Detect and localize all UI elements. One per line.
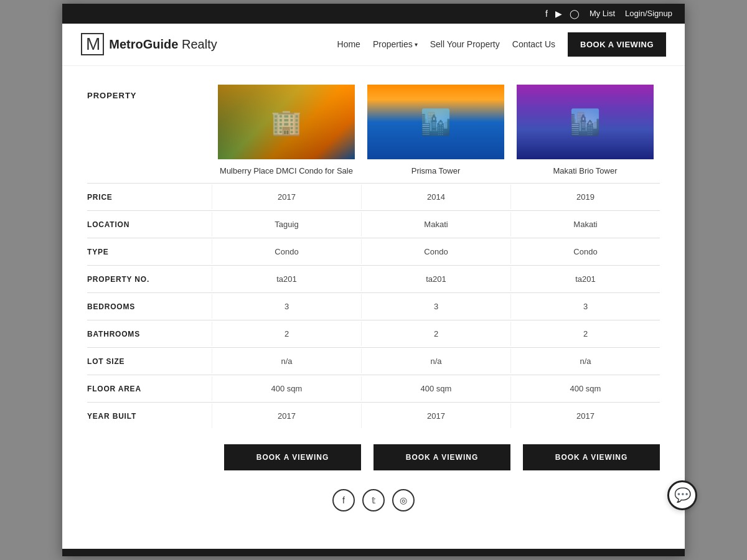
book-cell-3: BOOK A VIEWING [510,444,660,470]
property-no-row: PROPERTY NO. ta201 ta201 ta201 [87,265,660,292]
main-content: PROPERTY Mulberry Place DMCI Condo for S… [62,66,685,549]
property-card-2: Prisma Tower [361,85,510,177]
instagram-icon[interactable]: ◯ [570,9,580,19]
type-val-3: Condo [510,240,660,264]
top-bar-links: My List Login/Signup [590,9,672,18]
nav-sell-property[interactable]: Sell Your Property [430,39,500,49]
nav-home[interactable]: Home [337,39,360,49]
lot-size-row: LOT SIZE n/a n/a n/a [87,347,660,375]
facebook-social-icon[interactable]: f [332,489,355,511]
year-built-val-2: 2017 [361,404,510,428]
lot-size-val-1: n/a [212,349,361,373]
price-val-1: 2017 [212,185,361,209]
price-label: PRICE [87,185,212,209]
location-label: LOCATION [87,213,212,236]
type-val-2: Condo [361,240,510,264]
compare-table: PROPERTY Mulberry Place DMCI Condo for S… [87,85,660,470]
logo-brand: MetroGuide [109,37,178,51]
my-list-link[interactable]: My List [590,9,615,18]
property-name-2: Prisma Tower [367,166,504,177]
bedrooms-row: BEDROOMS 3 3 3 [87,292,660,320]
type-val-1: Condo [212,240,361,264]
book-viewing-button[interactable]: BOOK A VIEWING [568,32,666,57]
bottom-bar [62,549,685,556]
bathrooms-row: BATHROOMS 2 2 2 [87,320,660,347]
property-no-val-3: ta201 [510,267,660,291]
book-row-empty [87,444,212,470]
type-row: TYPE Condo Condo Condo [87,238,660,265]
floor-area-row: FLOOR AREA 400 sqm 400 sqm 400 sqm [87,375,660,402]
floor-area-val-2: 400 sqm [361,376,510,401]
book-cell-1: BOOK A VIEWING [212,444,361,470]
year-built-val-1: 2017 [212,404,361,428]
bathrooms-label: BATHROOMS [87,322,212,346]
property-header-row: PROPERTY Mulberry Place DMCI Condo for S… [87,85,660,183]
logo-symbol: M [81,33,104,55]
footer-social: f 𝕥 ◎ [87,470,660,524]
bedrooms-label: BEDROOMS [87,295,212,319]
book-viewing-button-3[interactable]: BOOK A VIEWING [523,444,660,470]
location-val-1: Taguig [212,212,361,236]
year-built-row: YEAR BUILT 2017 2017 2017 [87,402,660,429]
dropdown-arrow-icon: ▾ [415,41,418,48]
lot-size-label: LOT SIZE [87,350,212,373]
logo: M MetroGuide Realty [81,33,217,55]
property-image-3 [517,85,654,159]
nav-contact-us[interactable]: Contact Us [512,39,555,49]
book-row: BOOK A VIEWING BOOK A VIEWING BOOK A VIE… [87,444,660,470]
logo-tagline: Realty [182,37,217,51]
property-name-3: Makati Brio Tower [517,166,654,177]
bathrooms-val-1: 2 [212,322,361,346]
price-val-3: 2019 [510,185,660,209]
location-val-3: Makati [510,212,660,236]
year-built-val-3: 2017 [510,404,660,428]
floor-area-val-3: 400 sqm [510,376,660,401]
twitter-social-icon[interactable]: 𝕥 [362,489,385,511]
bedrooms-val-2: 3 [361,294,510,319]
nav-properties[interactable]: Properties ▾ [373,39,418,49]
login-signup-link[interactable]: Login/Signup [625,9,672,18]
price-row: PRICE 2017 2014 2019 [87,183,660,210]
property-col-label: PROPERTY [87,85,212,100]
type-label: TYPE [87,240,212,264]
property-card-1: Mulberry Place DMCI Condo for Sale [212,85,361,177]
book-cell-2: BOOK A VIEWING [361,444,510,470]
property-no-val-1: ta201 [212,267,361,291]
property-image-1 [218,85,355,159]
nav-links: Home Properties ▾ Sell Your Property Con… [337,32,666,57]
top-bar: f ▶ ◯ My List Login/Signup [62,4,685,24]
lot-size-val-3: n/a [510,349,660,373]
location-row: LOCATION Taguig Makati Makati [87,210,660,238]
play-icon[interactable]: ▶ [555,9,562,19]
lot-size-val-2: n/a [361,349,510,373]
bedrooms-val-1: 3 [212,294,361,319]
property-card-3: Makati Brio Tower [510,85,660,177]
nav-bar: M MetroGuide Realty Home Properties ▾ Se… [62,24,685,66]
instagram-social-icon[interactable]: ◎ [392,489,415,511]
book-viewing-button-2[interactable]: BOOK A VIEWING [374,444,510,470]
bathrooms-val-2: 2 [361,322,510,346]
bedrooms-val-3: 3 [510,294,660,319]
property-no-val-2: ta201 [361,267,510,291]
property-image-2 [367,85,504,159]
year-built-label: YEAR BUILT [87,404,212,428]
location-val-2: Makati [361,212,510,236]
property-no-label: PROPERTY NO. [87,268,212,291]
messenger-float-button[interactable]: 💬 [667,480,697,510]
price-val-2: 2014 [361,185,510,209]
logo-text: MetroGuide Realty [109,37,217,52]
book-viewing-button-1[interactable]: BOOK A VIEWING [224,444,361,470]
messenger-icon: 💬 [674,487,691,503]
browser-frame: f ▶ ◯ My List Login/Signup M MetroGuide … [62,4,685,556]
floor-area-label: FLOOR AREA [87,377,212,401]
property-name-1: Mulberry Place DMCI Condo for Sale [218,166,355,177]
floor-area-val-1: 400 sqm [212,376,361,401]
social-icons: f ▶ ◯ [545,9,580,19]
facebook-icon[interactable]: f [545,9,548,19]
bathrooms-val-3: 2 [510,322,660,346]
